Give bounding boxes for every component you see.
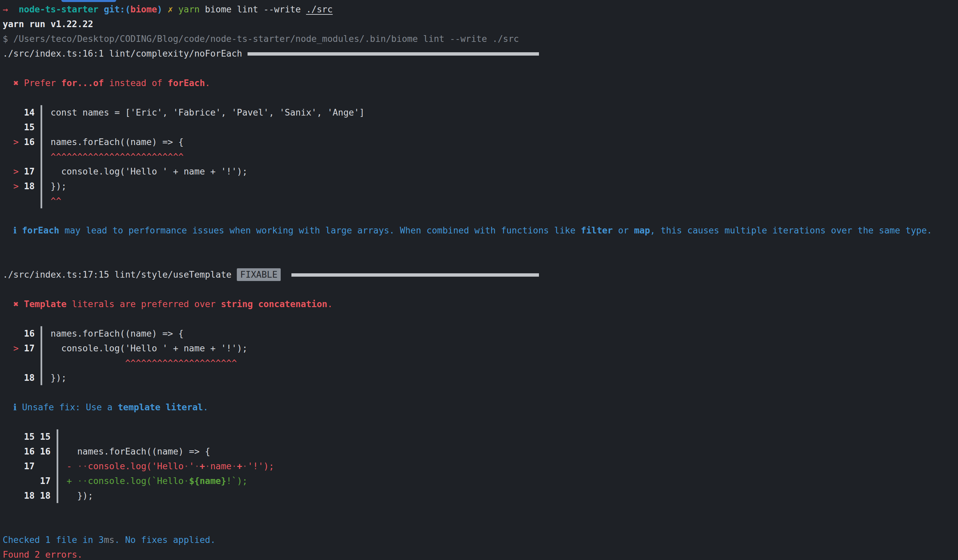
- gutter-bar: [40, 135, 45, 149]
- diagnostic-1-header: ./src/index.ts:16:1 lint/complexity/noFo…: [3, 46, 539, 61]
- text-segment: ': [189, 459, 194, 474]
- text-segment: !`);: [226, 474, 247, 488]
- text-segment: or: [613, 223, 634, 238]
- gutter-bar: [40, 149, 45, 164]
- text-segment: console.log('Hello: [88, 459, 184, 474]
- diff-line-15: 15 15: [3, 429, 958, 444]
- line-number-new: 17: [40, 474, 51, 488]
- text-segment: forEach: [168, 76, 205, 90]
- git-dirty-icon: ✗: [168, 2, 173, 17]
- text-segment: [3, 444, 24, 459]
- code-text: });: [45, 179, 67, 194]
- caret-underline: ^^^^^^^^^^^^^^^^^^^^^^^^^: [51, 149, 184, 164]
- text-segment: literals are preferred over: [67, 297, 221, 311]
- text-segment: , this causes multiple iterations over t…: [650, 223, 932, 238]
- text-segment: [35, 179, 40, 194]
- gutter-bar: [40, 105, 45, 120]
- blank-line: [3, 415, 958, 429]
- text-segment: Unsafe fix: Use a: [22, 400, 118, 415]
- code-text: const names = ['Eric', 'Fabrice', 'Pavel…: [45, 105, 365, 120]
- error-count: Found 2 errors.: [3, 547, 82, 560]
- git-suffix: ): [157, 2, 168, 17]
- cwd-name: node-ts-starter: [19, 2, 98, 17]
- blank-line: [3, 503, 958, 518]
- text-segment: [3, 326, 24, 341]
- text-segment: [3, 488, 24, 503]
- line-numbers: 15 15: [24, 429, 51, 444]
- info-icon: ℹ: [13, 400, 22, 415]
- code-text: console.log('Hello ' + name + '!');: [45, 341, 247, 356]
- code-text: names.forEach((name) => {: [61, 444, 210, 459]
- blank-line: [3, 90, 958, 105]
- text-segment: [3, 135, 13, 149]
- text-segment: string concatenation: [221, 297, 327, 311]
- section-rule-line: [292, 273, 539, 277]
- code-frame-line-18: 18 });: [3, 370, 958, 385]
- text-segment: $ /Users/teco/Desktop/CODING/Blog/code/n…: [3, 32, 519, 46]
- text-segment: [3, 429, 24, 444]
- text-segment: +: [200, 459, 205, 474]
- git-branch: biome: [130, 2, 157, 17]
- caret-underline-line: ^^^^^^^^^^^^^^^^^^^^^: [3, 356, 958, 370]
- text-segment: [35, 164, 40, 179]
- text-segment: .: [203, 400, 208, 415]
- text-segment: ${name}: [189, 474, 226, 488]
- text-segment: console.log(`Hello: [88, 474, 184, 488]
- text-segment: [45, 149, 51, 164]
- code-frame-line-15: 15: [3, 120, 958, 135]
- text-segment: Template: [24, 297, 67, 311]
- text-segment: '!');: [247, 459, 274, 474]
- text-segment: [45, 356, 125, 370]
- gutter-bar: [40, 179, 45, 194]
- gutter-bar: [40, 194, 45, 208]
- line-number: 17: [24, 341, 35, 356]
- text-segment: instead of: [104, 76, 168, 90]
- text-segment: [173, 2, 178, 17]
- text-segment: [8, 2, 19, 17]
- text-segment: [51, 488, 56, 503]
- diagnostic-location: ./src/index.ts:16:1 lint/complexity/noFo…: [3, 46, 247, 61]
- blank-line: [3, 518, 958, 533]
- advice-line-1: ℹ forEach may lead to performance issues…: [3, 223, 958, 238]
- text-segment: [35, 459, 56, 474]
- line-number: 17: [24, 164, 35, 179]
- text-segment: ·: [205, 459, 210, 474]
- fixable-badge: FIXABLE: [237, 268, 281, 281]
- blank-line: [3, 385, 958, 400]
- caret-underline: ^^^^^^^^^^^^^^^^^^^^^: [125, 356, 237, 370]
- text-segment: [3, 76, 13, 90]
- text-segment: [72, 459, 78, 474]
- diagnostic-2-header: ./src/index.ts:17:15 lint/style/useTempl…: [3, 267, 539, 282]
- code-text: });: [45, 370, 67, 385]
- code-text: });: [61, 488, 93, 503]
- text-segment: .: [205, 76, 210, 90]
- code-frame-line-17: > 17 console.log('Hello ' + name + '!');: [3, 164, 958, 179]
- blank-line: [3, 61, 958, 76]
- diagnostic-location: ./src/index.ts:17:15 lint/style/useTempl…: [3, 267, 237, 282]
- text-segment: [35, 135, 40, 149]
- line-number: 14: [24, 105, 35, 120]
- text-segment: [72, 474, 78, 488]
- diff-line-16: 16 16 names.forEach((name) => {: [3, 444, 958, 459]
- blank-line: [3, 238, 958, 252]
- line-number: 18: [24, 370, 35, 385]
- prompt-arrow-icon: →: [3, 2, 8, 17]
- diff-removed-marker: -: [67, 459, 72, 474]
- text-segment: yarn run v1.22.22: [3, 17, 93, 32]
- blank-line: [3, 282, 958, 297]
- text-segment: [3, 370, 24, 385]
- gutter-bar: [40, 341, 45, 356]
- text-segment: [3, 341, 13, 356]
- diff-line-18: 18 18 });: [3, 488, 958, 503]
- resolved-command-line: $ /Users/teco/Desktop/CODING/Blog/code/n…: [3, 32, 958, 46]
- diagnostic-1-message: ✖ Prefer for...of instead of forEach.: [3, 76, 958, 90]
- text-segment: [61, 474, 67, 488]
- line-number: 16: [24, 326, 35, 341]
- text-segment: template literal: [118, 400, 203, 415]
- text-segment: name: [210, 459, 232, 474]
- gutter-bar: [40, 356, 45, 370]
- text-segment: [51, 444, 56, 459]
- text-segment: [35, 105, 40, 120]
- section-rule-line: [247, 52, 539, 56]
- text-segment: ·: [184, 474, 189, 488]
